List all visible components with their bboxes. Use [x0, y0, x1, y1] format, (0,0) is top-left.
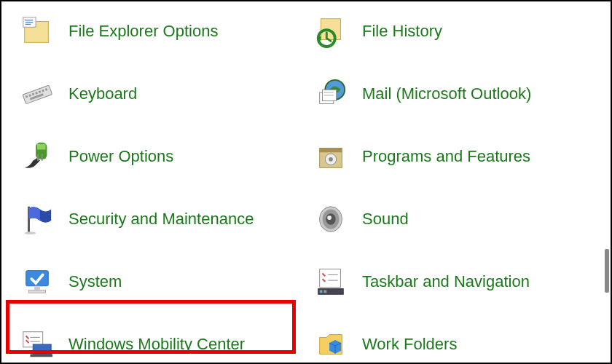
svg-rect-45 — [323, 290, 326, 293]
svg-rect-8 — [23, 85, 52, 104]
svg-rect-5 — [25, 20, 26, 20]
item-label: File Explorer Options — [68, 22, 218, 41]
svg-point-36 — [327, 215, 332, 220]
item-system[interactable]: System — [16, 261, 302, 303]
svg-rect-50 — [30, 354, 52, 357]
item-file-history[interactable]: File History — [310, 10, 596, 52]
item-label: Work Folders — [362, 335, 457, 354]
monitor-check-icon — [19, 264, 55, 300]
keyboard-icon — [19, 76, 55, 112]
svg-rect-49 — [33, 344, 51, 354]
item-mail[interactable]: Mail (Microsoft Outlook) — [310, 73, 596, 115]
item-label: Windows Mobility Center — [68, 335, 245, 354]
file-history-icon — [313, 13, 349, 50]
item-programs-and-features[interactable]: Programs and Features — [310, 135, 596, 178]
item-file-explorer-options[interactable]: File Explorer Options — [16, 10, 302, 52]
item-sound[interactable]: Sound — [310, 198, 596, 240]
item-keyboard[interactable]: Keyboard — [16, 73, 302, 115]
work-folder-icon — [313, 326, 349, 363]
svg-point-30 — [329, 157, 333, 162]
item-label: Taskbar and Navigation — [362, 272, 530, 291]
mobility-icon — [19, 326, 55, 363]
folder-options-icon — [19, 13, 55, 50]
svg-rect-24 — [37, 144, 46, 150]
flag-icon — [19, 201, 55, 237]
taskbar-icon — [313, 264, 349, 300]
svg-point-32 — [25, 232, 36, 234]
item-power-options[interactable]: Power Options — [16, 135, 302, 178]
control-panel-grid: File Explorer Options File History — [1, 1, 611, 364]
item-label: System — [68, 272, 122, 291]
mail-icon — [313, 76, 349, 112]
item-taskbar-and-navigation[interactable]: Taskbar and Navigation — [310, 261, 596, 303]
item-label: Sound — [362, 210, 409, 229]
item-label: Mail (Microsoft Outlook) — [362, 84, 531, 103]
svg-rect-39 — [29, 290, 46, 293]
svg-rect-28 — [320, 149, 342, 153]
item-label: Programs and Features — [362, 147, 530, 166]
item-security-and-maintenance[interactable]: Security and Maintenance — [16, 198, 302, 240]
item-label: File History — [362, 22, 442, 41]
scrollbar-thumb[interactable] — [605, 249, 609, 293]
power-plug-icon — [19, 138, 55, 175]
item-windows-mobility-center[interactable]: Windows Mobility Center — [16, 323, 302, 364]
item-label: Security and Maintenance — [68, 210, 254, 229]
speaker-icon — [313, 201, 349, 237]
item-label: Power Options — [68, 147, 173, 166]
item-work-folders[interactable]: Work Folders — [310, 323, 596, 364]
svg-rect-44 — [320, 290, 323, 293]
svg-rect-38 — [34, 286, 40, 290]
programs-icon — [313, 138, 349, 175]
item-label: Keyboard — [68, 84, 137, 103]
svg-rect-40 — [320, 269, 341, 288]
